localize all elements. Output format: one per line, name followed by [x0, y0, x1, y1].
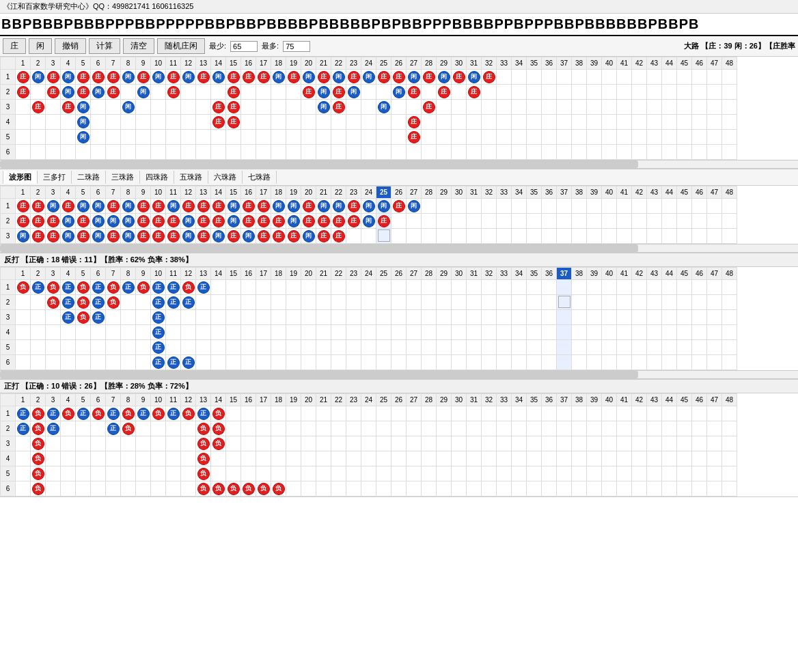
- cell-2-42: [632, 295, 647, 310]
- cell-5-28: [422, 130, 437, 145]
- cell-3-30: [452, 436, 467, 451]
- cell-2-36: [542, 295, 557, 310]
- cell-3-10: [151, 436, 166, 451]
- cell-5-39: [587, 340, 602, 355]
- cell-1-46: [692, 280, 707, 295]
- cell-3-4: [61, 436, 76, 451]
- cell-3-46: [692, 100, 707, 115]
- cell-2-4: [61, 421, 76, 436]
- max-input[interactable]: [283, 41, 310, 52]
- col-header-36: 36: [542, 57, 557, 70]
- cell-1-41: [617, 70, 632, 85]
- cell-4-27: 庄: [407, 115, 422, 130]
- cell-6-22: [331, 481, 346, 496]
- cell-4-48: [722, 325, 737, 340]
- cell-1-1: 庄: [16, 199, 31, 214]
- col-header-25: 25: [376, 186, 391, 199]
- zhengda-grid-container[interactable]: 1234567891011121314151617181920212223242…: [0, 393, 798, 497]
- dalu-grid-container[interactable]: 1234567891011121314151617181920212223242…: [0, 57, 798, 160]
- calc-button[interactable]: 计算: [89, 38, 120, 54]
- tab-sanduo[interactable]: 三多打: [38, 171, 72, 184]
- cell-3-40: [602, 436, 617, 451]
- cell-3-45: [677, 310, 692, 325]
- cell-2-5: 庄: [76, 85, 91, 100]
- col-header-12: 12: [181, 186, 196, 199]
- col-header-27: 27: [407, 186, 422, 199]
- col-header-44: 44: [662, 268, 677, 280]
- cell-3-15: [226, 436, 241, 451]
- cell-1-33: [497, 406, 512, 421]
- cell-1-20: 闲: [301, 70, 316, 85]
- random-button[interactable]: 随机庄闲: [157, 38, 205, 54]
- cell-2-2: 负: [31, 421, 46, 436]
- col-header-9: 9: [136, 186, 151, 199]
- cell-2-43: [647, 85, 662, 100]
- col-header-15: 15: [226, 268, 241, 280]
- cell-2-25: [376, 421, 391, 436]
- cell-2-15: 庄: [226, 85, 241, 100]
- cell-3-44: [662, 100, 677, 115]
- cell-1-6: 负: [91, 406, 106, 421]
- cell-6-17: 负: [256, 481, 271, 496]
- cell-1-17: 庄: [256, 199, 271, 214]
- cell-2-25: [376, 85, 391, 100]
- fanda-grid-container[interactable]: 1234567891011121314151617181920212223242…: [0, 267, 798, 371]
- clear-button[interactable]: 清空: [123, 38, 154, 54]
- cell-6-10: [151, 145, 166, 160]
- col-header-10: 10: [151, 186, 166, 199]
- tab-sizhu[interactable]: 四珠路: [140, 171, 174, 184]
- zhengda-header: 正打 【正确：10 错误：26】【胜率：28% 负率：72%】: [0, 379, 798, 393]
- cell-4-44: [662, 325, 677, 340]
- cell-5-29: [437, 130, 452, 145]
- cell-2-15: 闲: [226, 214, 241, 229]
- cell-3-36: [542, 436, 557, 451]
- cell-2-6: [91, 421, 106, 436]
- tab-wave[interactable]: 波形图: [3, 171, 38, 184]
- cell-2-39: [587, 214, 602, 229]
- cell-2-8: [121, 295, 136, 310]
- cell-3-20: [301, 310, 316, 325]
- col-header-31: 31: [467, 186, 482, 199]
- cell-1-46: [692, 406, 707, 421]
- tab-erzhu[interactable]: 二珠路: [72, 171, 106, 184]
- table-row: 4负负: [1, 451, 737, 466]
- cell-6-23: [346, 145, 361, 160]
- cell-2-27: [407, 214, 422, 229]
- cell-5-9: [136, 130, 151, 145]
- cell-2-16: [241, 295, 256, 310]
- cell-5-13: [196, 340, 211, 355]
- cell-6-30: [452, 145, 467, 160]
- cell-2-19: [286, 85, 301, 100]
- cell-6-41: [617, 355, 632, 370]
- cell-1-3: 庄: [46, 70, 61, 85]
- cell-2-35: [527, 295, 542, 310]
- cell-2-22: [331, 421, 346, 436]
- cell-3-13: 庄: [196, 229, 211, 244]
- cell-5-19: [286, 340, 301, 355]
- col-header-5: 5: [76, 394, 91, 406]
- tab-wuzhu[interactable]: 五珠路: [174, 171, 208, 184]
- cell-1-9: 庄: [136, 199, 151, 214]
- cancel-button[interactable]: 撤销: [55, 38, 86, 54]
- col-header-15: 15: [226, 186, 241, 199]
- cell-4-3: [46, 325, 61, 340]
- cell-3-34: [512, 310, 527, 325]
- tab-qizhu[interactable]: 七珠路: [243, 171, 277, 184]
- col-header-34: 34: [512, 57, 527, 70]
- cell-3-21: 闲: [316, 100, 331, 115]
- cell-1-7: 庄: [106, 199, 121, 214]
- sanzhu-grid-container[interactable]: 1234567891011121314151617181920212223242…: [0, 186, 798, 244]
- cell-2-34: [512, 295, 527, 310]
- cell-1-17: 庄: [256, 70, 271, 85]
- cell-4-47: [707, 325, 722, 340]
- min-input[interactable]: [230, 41, 258, 52]
- col-header-24: 24: [361, 57, 376, 70]
- player-button[interactable]: 闲: [29, 38, 52, 54]
- banker-button[interactable]: 庄: [3, 38, 26, 54]
- cell-2-8: 负: [121, 421, 136, 436]
- tab-liuzhu[interactable]: 六珠路: [208, 171, 243, 184]
- cell-2-40: [602, 85, 617, 100]
- cell-5-19: [286, 466, 301, 481]
- tab-sanzhu[interactable]: 三珠路: [106, 171, 140, 184]
- min-label: 最少:: [209, 41, 226, 51]
